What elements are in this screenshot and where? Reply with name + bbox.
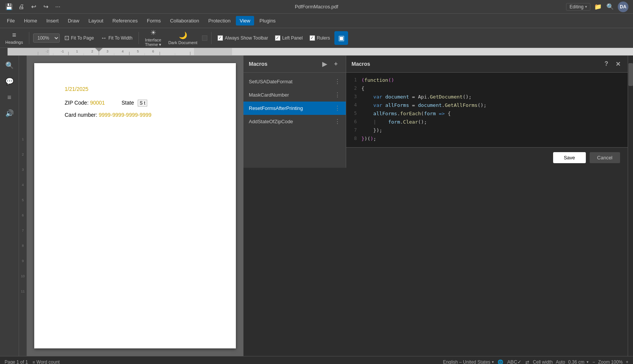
- menu-view[interactable]: View: [236, 16, 254, 25]
- language-selector[interactable]: English – United States ▾: [443, 359, 494, 364]
- word-count-button[interactable]: ≡ Word count: [32, 359, 60, 364]
- left-panel-checkbox[interactable]: ✓: [275, 35, 280, 41]
- undo-icon[interactable]: ↩: [29, 2, 38, 11]
- menu-insert[interactable]: Insert: [43, 16, 63, 25]
- fit-to-page-icon: ⊡: [64, 34, 69, 41]
- horizontal-ruler: -1 -2 1 2 3 4 5 6: [0, 48, 633, 56]
- macro-close-button[interactable]: ✕: [613, 59, 622, 68]
- right-scrollbar[interactable]: [628, 56, 633, 356]
- save-icon[interactable]: 💾: [5, 2, 14, 11]
- fit-to-page-button[interactable]: ⊡ Fit To Page: [62, 33, 96, 43]
- headings-button[interactable]: ≡ Headings: [3, 30, 25, 46]
- headings-label: Headings: [5, 40, 23, 45]
- track-changes-button[interactable]: ⇄: [525, 359, 529, 364]
- zoom-select[interactable]: 100% 75% 50% 125% 150%: [33, 33, 60, 43]
- zoom-level: Zoom 100%: [598, 359, 623, 364]
- dark-document-button[interactable]: 🌙 Dark Document: [166, 30, 199, 46]
- page-label: Page 1 of 1: [5, 359, 28, 364]
- line-content-6: | form.Clear();: [361, 118, 624, 127]
- menu-references[interactable]: References: [109, 16, 142, 25]
- menu-protection[interactable]: Protection: [204, 16, 234, 25]
- code-line-3: 3 var document = Api.GetDocument();: [346, 93, 628, 102]
- dark-document-icon: 🌙: [179, 31, 187, 40]
- dark-document-checkbox[interactable]: [202, 35, 207, 41]
- language-chevron: ▾: [492, 360, 494, 364]
- zoom-indicator[interactable]: − Zoom 100% +: [592, 359, 628, 364]
- search-icon[interactable]: 🔍: [606, 2, 615, 11]
- doc-section: 12345 67891011 1/21/2025 ZIP Code: 90001…: [19, 56, 243, 356]
- fit-to-width-button[interactable]: ↔ Fit To Width: [99, 33, 135, 43]
- menu-collaboration[interactable]: Collaboration: [166, 16, 203, 25]
- menu-home[interactable]: Home: [20, 16, 41, 25]
- left-sidebar: 🔍 💬 ≡ 🔊: [0, 56, 19, 356]
- menu-bar: File Home Insert Draw Layout References …: [0, 14, 633, 28]
- dark-document-label: Dark Document: [168, 40, 197, 45]
- macro-item-resetformsafterprinting[interactable]: ResetFormsAfterPrinting ⋮: [243, 102, 346, 115]
- sidebar-speaker-icon[interactable]: 🔊: [3, 106, 16, 120]
- macro-help-button[interactable]: ?: [602, 59, 611, 68]
- print-layout-button[interactable]: ▣: [334, 31, 348, 45]
- menu-draw[interactable]: Draw: [64, 16, 83, 25]
- macro-menu-2[interactable]: ⋮: [334, 105, 340, 112]
- editing-chevron: ▾: [585, 5, 587, 9]
- folder-icon[interactable]: 📁: [593, 2, 603, 11]
- scroll-thumb[interactable]: [628, 63, 633, 86]
- svg-text:4: 4: [122, 49, 124, 53]
- page-indicator[interactable]: Page 1 of 1: [5, 359, 28, 364]
- cell-width-value: Auto: [556, 359, 565, 364]
- code-line-1: 1 (function(): [346, 76, 628, 85]
- zoom-out-icon[interactable]: −: [592, 359, 595, 364]
- rulers-check[interactable]: ✓ Rulers: [307, 34, 332, 42]
- macro-item-maskcardnumber[interactable]: MaskCardNumber ⋮: [243, 88, 346, 102]
- fit-to-width-label: Fit To Width: [108, 35, 132, 41]
- macro-name-3: AddStateOfZipCode: [249, 119, 293, 124]
- save-button[interactable]: Save: [553, 152, 586, 163]
- cancel-button[interactable]: Cancel: [590, 152, 620, 163]
- macro-item-setuseadateformat[interactable]: SetUSADateFormat ⋮: [243, 75, 346, 88]
- macros-list-header: Macros ▶ +: [243, 56, 346, 73]
- sidebar-search-icon[interactable]: 🔍: [3, 59, 16, 72]
- zoom-in-icon[interactable]: +: [626, 359, 628, 364]
- interface-theme-button[interactable]: ☀ InterfaceTheme ▾: [143, 27, 164, 48]
- rulers-checkbox[interactable]: ✓: [310, 35, 315, 41]
- status-bar: Page 1 of 1 ≡ Word count English – Unite…: [0, 356, 633, 364]
- menu-file[interactable]: File: [3, 16, 19, 25]
- document-background: 1/21/2025 ZIP Code: 90001 State S t Card…: [27, 56, 243, 356]
- status-bar-right: English – United States ▾ 🌐 ABC✓ ⇄ Cell …: [443, 359, 628, 364]
- more-icon[interactable]: ···: [53, 2, 62, 11]
- macros-run-button[interactable]: ▶: [320, 59, 329, 68]
- menu-layout[interactable]: Layout: [85, 16, 107, 25]
- cell-width-expand[interactable]: ▾: [587, 360, 588, 364]
- macro-name-0: SetUSADateFormat: [249, 79, 293, 84]
- left-panel-check[interactable]: ✓ Left Panel: [273, 34, 305, 42]
- macro-menu-1[interactable]: ⋮: [334, 91, 340, 99]
- user-avatar[interactable]: DA: [618, 2, 628, 12]
- sidebar-comments-icon[interactable]: 💬: [3, 75, 16, 88]
- menu-plugins[interactable]: Plugins: [256, 16, 280, 25]
- always-show-toolbar-checkbox[interactable]: ✓: [218, 35, 223, 41]
- menu-forms[interactable]: Forms: [143, 16, 165, 25]
- editing-badge[interactable]: Editing ▾: [566, 3, 590, 11]
- always-show-toolbar-check[interactable]: ✓ Always Show Toolbar: [215, 34, 270, 42]
- code-line-8: 8 })();: [346, 135, 628, 143]
- line-num-2: 2: [350, 85, 361, 93]
- always-show-toolbar-label: Always Show Toolbar: [225, 35, 268, 41]
- language-icon-button[interactable]: 🌐: [498, 359, 503, 364]
- macro-menu-0[interactable]: ⋮: [334, 78, 340, 85]
- print-icon[interactable]: 🖨: [17, 2, 26, 11]
- sidebar-headings-icon[interactable]: ≡: [3, 91, 16, 104]
- macro-item-addstateofzipcode[interactable]: AddStateOfZipCode ⋮: [243, 115, 346, 128]
- redo-icon[interactable]: ↪: [41, 2, 50, 11]
- macros-add-button[interactable]: +: [331, 59, 340, 68]
- svg-text:6: 6: [152, 49, 154, 53]
- spell-check-button[interactable]: ABC✓: [507, 359, 522, 364]
- spell-check-icon: ABC✓: [507, 359, 522, 364]
- code-line-5: 5 allForms.forEach(form => {: [346, 110, 628, 118]
- toolbar-separator-1: [29, 32, 29, 44]
- cell-width-indicator: Cell width Auto 0.36 cm ▾: [533, 359, 588, 364]
- word-count-label: Word count: [37, 359, 60, 364]
- code-line-7: 7 });: [346, 127, 628, 135]
- headings-icon: ≡: [12, 31, 16, 39]
- code-editor[interactable]: 1 (function() 2 { 3 var document = Api.G…: [346, 73, 628, 147]
- macro-menu-3[interactable]: ⋮: [334, 118, 340, 125]
